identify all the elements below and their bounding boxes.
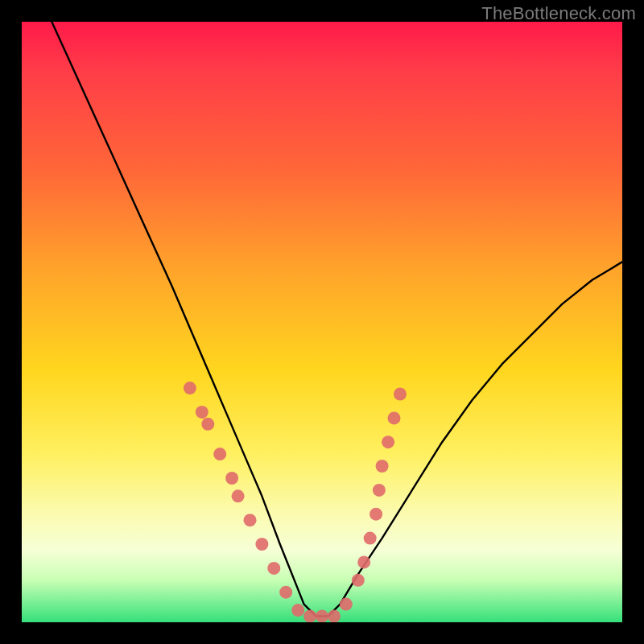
data-marker [394, 388, 407, 401]
chart-svg [22, 22, 622, 622]
marker-layer [184, 382, 407, 622]
curve-layer [52, 22, 622, 617]
data-marker [255, 538, 268, 551]
data-marker [340, 598, 353, 611]
data-marker [373, 484, 386, 497]
data-marker [213, 448, 226, 460]
data-marker [267, 562, 280, 575]
bottleneck-curve [52, 22, 622, 617]
data-marker [352, 574, 365, 587]
data-marker [303, 610, 316, 623]
data-marker [357, 555, 370, 568]
data-marker [382, 436, 394, 448]
data-marker [184, 382, 196, 394]
data-marker [376, 460, 389, 473]
data-marker [201, 418, 214, 431]
data-marker [328, 610, 341, 623]
chart-frame: TheBottleneck.com [0, 0, 644, 644]
plot-area [22, 22, 622, 622]
data-marker [244, 514, 257, 526]
data-marker [369, 508, 382, 521]
data-marker [232, 489, 245, 502]
data-marker [196, 406, 208, 419]
data-marker [279, 586, 292, 599]
data-marker [364, 532, 377, 545]
data-marker [388, 411, 401, 424]
data-marker [291, 604, 304, 617]
data-marker [225, 472, 238, 485]
data-marker [316, 610, 328, 623]
